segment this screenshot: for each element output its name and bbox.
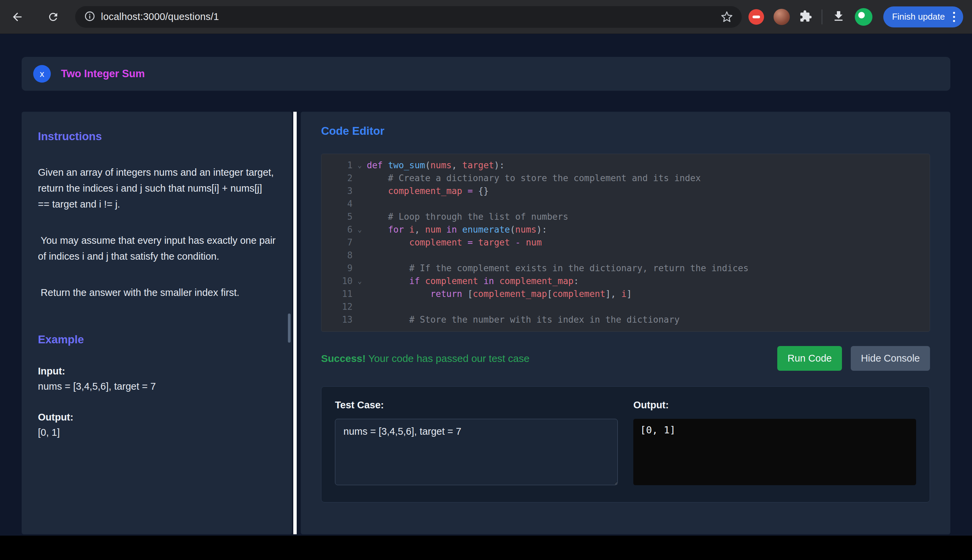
instructions-paragraph: You may assume that every input has exac… (38, 233, 276, 265)
example-output-label: Output: (38, 412, 276, 423)
output-section: Output: [0, 1] (634, 400, 916, 487)
address-bar[interactable]: localhost:3000/questions/1 (75, 6, 742, 28)
run-code-button[interactable]: Run Code (777, 346, 842, 371)
page-footer-strip (0, 536, 972, 560)
test-case-section: Test Case: nums = [3,4,5,6], target = 7 (335, 400, 618, 487)
back-button[interactable] (7, 7, 27, 27)
bookmark-star-icon[interactable] (721, 11, 733, 23)
fold-gutter (353, 313, 367, 326)
question-header-card: x Two Integer Sum (22, 57, 950, 91)
code-line[interactable]: 5 # Loop through the list of numbers (322, 210, 930, 223)
finish-update-label: Finish update (892, 12, 945, 22)
example-input-label: Input: (38, 366, 276, 377)
fold-gutter (353, 172, 367, 185)
status-row: Success! Your code has passed our test c… (321, 346, 930, 371)
url-text: localhost:3000/questions/1 (101, 11, 219, 22)
code-line[interactable]: 1⌄def two_sum(nums, target): (322, 159, 930, 172)
example-heading: Example (38, 333, 276, 346)
reload-button[interactable] (43, 7, 63, 27)
profile-avatar[interactable] (855, 8, 872, 26)
reload-icon (47, 11, 59, 23)
hide-console-button[interactable]: Hide Console (851, 346, 930, 371)
fold-gutter (353, 185, 367, 197)
test-case-input[interactable]: nums = [3,4,5,6], target = 7 (335, 419, 618, 485)
example-input-value: nums = [3,4,5,6], target = 7 (38, 381, 276, 392)
code-lines: 1⌄def two_sum(nums, target):2 # Create a… (322, 159, 930, 326)
console-output-value: [0, 1] (634, 419, 916, 485)
console-panel: Test Case: nums = [3,4,5,6], target = 7 … (321, 386, 930, 502)
fold-gutter (353, 300, 367, 313)
fold-gutter (353, 210, 367, 223)
fold-chevron-icon[interactable]: ⌄ (353, 275, 367, 287)
code-line[interactable]: 9 # If the complement exists in the dict… (322, 262, 930, 275)
instructions-paragraph: Return the answer with the smaller index… (38, 285, 276, 301)
more-menu-icon[interactable] (950, 10, 958, 24)
fold-gutter (353, 287, 367, 300)
question-title: Two Integer Sum (61, 68, 145, 80)
code-editor-heading: Code Editor (321, 125, 930, 137)
fold-gutter (353, 249, 367, 262)
instructions-paragraph: Given an array of integers nums and an i… (38, 165, 276, 212)
action-buttons: Run Code Hide Console (777, 346, 930, 371)
fold-chevron-icon[interactable]: ⌄ (353, 223, 367, 236)
code-line[interactable]: 8 (322, 249, 930, 262)
code-editor-panel: Code Editor 1⌄def two_sum(nums, target):… (301, 112, 950, 534)
question-badge: x (33, 65, 51, 83)
code-line[interactable]: 4 (322, 197, 930, 210)
fold-gutter (353, 197, 367, 210)
instructions-heading: Instructions (38, 130, 276, 143)
code-editor[interactable]: 1⌄def two_sum(nums, target):2 # Create a… (321, 154, 930, 332)
success-message: Success! Your code has passed our test c… (321, 353, 529, 364)
fold-chevron-icon[interactable]: ⌄ (353, 159, 367, 172)
extensions-puzzle-icon[interactable] (799, 10, 812, 24)
code-line[interactable]: 2 # Create a dictionary to store the com… (322, 172, 930, 185)
scrollbar-thumb[interactable] (288, 313, 290, 343)
toolbar-right-cluster: Finish update (749, 7, 965, 27)
example-output-value: [0, 1] (38, 427, 276, 438)
page-info-icon[interactable] (84, 10, 95, 23)
fold-gutter (353, 236, 367, 249)
extension-red-icon[interactable] (749, 9, 764, 25)
main-content: Instructions Given an array of integers … (22, 112, 950, 534)
browser-toolbar: localhost:3000/questions/1 Finish update (0, 0, 972, 34)
instructions-panel: Instructions Given an array of integers … (22, 112, 292, 534)
finish-update-button[interactable]: Finish update (883, 7, 963, 27)
browser-window: localhost:3000/questions/1 Finish update (0, 0, 972, 560)
extension-avatar-icon[interactable] (774, 9, 790, 25)
code-line[interactable]: 10⌄ if complement in complement_map: (322, 275, 930, 287)
code-line[interactable]: 12 (322, 300, 930, 313)
app-page: x Two Integer Sum Instructions Given an … (0, 34, 972, 536)
code-line[interactable]: 6⌄ for i, num in enumerate(nums): (322, 223, 930, 236)
success-message-rest: Your code has passed our test case (366, 353, 530, 364)
back-icon (11, 10, 24, 23)
fold-gutter (353, 262, 367, 275)
code-line[interactable]: 3 complement_map = {} (322, 185, 930, 197)
panel-resize-divider[interactable] (293, 112, 297, 534)
code-line[interactable]: 13 # Store the number with its index in … (322, 313, 930, 326)
code-line[interactable]: 7 complement = target - num (322, 236, 930, 249)
code-line[interactable]: 11 return [complement_map[complement], i… (322, 287, 930, 300)
console-output-label: Output: (634, 400, 916, 411)
test-case-label: Test Case: (335, 400, 618, 411)
toolbar-divider (822, 10, 822, 24)
success-message-bold: Success! (321, 353, 366, 364)
download-icon[interactable] (832, 10, 845, 24)
